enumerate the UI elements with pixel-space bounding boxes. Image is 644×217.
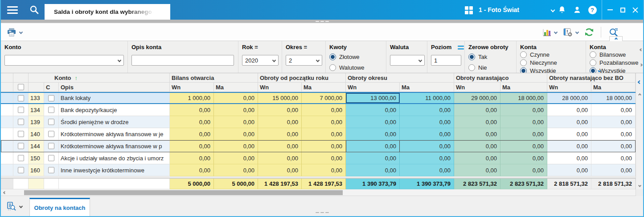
cell-value[interactable]: 18 000,00 <box>591 93 636 103</box>
minimize-button[interactable] <box>604 0 616 20</box>
search-button[interactable] <box>24 0 45 20</box>
close-button[interactable] <box>629 0 641 20</box>
cell-value[interactable]: 0,00 <box>547 104 591 116</box>
log-settings-chevron-down-icon[interactable] <box>575 30 579 33</box>
cell-value[interactable]: 0,00 <box>346 104 400 116</box>
header-c[interactable]: C <box>44 83 59 92</box>
cell-value[interactable]: 0,00 <box>214 93 258 103</box>
cell-value[interactable]: 0,00 <box>591 152 636 164</box>
cell-value[interactable]: 18 000,00 <box>500 93 547 103</box>
header-ma[interactable]: Ma <box>302 83 346 92</box>
cell-c[interactable] <box>44 104 59 116</box>
header-group-bilans-otwarcia[interactable]: Bilans otwarcia <box>170 73 258 83</box>
table-row[interactable]: 133 Bank lokaty 1 000,000,0015 000,007 0… <box>1 92 636 104</box>
cell-value[interactable]: 0,00 <box>170 152 214 164</box>
cell-value[interactable]: 0,00 <box>302 164 346 176</box>
header-ma[interactable]: Ma <box>500 83 547 92</box>
chart-button[interactable] <box>542 27 557 37</box>
radio-walutowe[interactable]: Walutowe <box>329 64 382 71</box>
refresh-button[interactable] <box>584 27 595 38</box>
window-title-tab[interactable]: Salda i obroty kont dla wybranego o <box>45 4 170 20</box>
cell-value[interactable]: 0,00 <box>591 140 636 152</box>
cell-value[interactable]: 0,00 <box>547 140 591 152</box>
cell-value[interactable]: 7 000,00 <box>302 93 346 103</box>
horizontal-scroll-thumb[interactable] <box>24 190 343 195</box>
waluta-combobox[interactable] <box>390 55 425 66</box>
radio-czynne[interactable]: Czynne <box>520 51 582 58</box>
maximize-button[interactable] <box>616 0 629 20</box>
cell-value[interactable]: 0,00 <box>400 116 454 128</box>
c-checkbox[interactable] <box>48 131 54 137</box>
cell-value[interactable]: 0,00 <box>454 164 500 176</box>
user-button[interactable] <box>570 0 585 20</box>
konto-combobox[interactable] <box>4 55 124 66</box>
cell-value[interactable]: 0,00 <box>346 116 400 128</box>
cell-value[interactable]: 0,00 <box>258 116 302 128</box>
row-select-cell[interactable] <box>13 104 29 116</box>
cell-value[interactable]: 0,00 <box>547 128 591 140</box>
apps-grid-icon[interactable] <box>465 6 472 14</box>
help-button[interactable]: ? <box>585 0 600 20</box>
chart-chevron-down-icon[interactable] <box>554 30 558 33</box>
c-checkbox[interactable] <box>48 167 54 173</box>
radio-pozabilansowe[interactable]: Pozabilansowe <box>590 59 635 66</box>
horizontal-scrollbar[interactable] <box>1 189 643 196</box>
row-select-cell[interactable] <box>13 128 29 140</box>
cell-value[interactable]: 0,00 <box>591 164 636 176</box>
cell-value[interactable]: 0,00 <box>400 152 454 164</box>
cell-value[interactable]: 0,00 <box>302 104 346 116</box>
table-row[interactable]: 140 Krótkoterminowe aktywa finansowe w j… <box>1 128 636 140</box>
row-checkbox[interactable] <box>18 155 24 161</box>
cell-value[interactable]: 0,00 <box>547 152 591 164</box>
select-all-checkbox[interactable] <box>18 84 24 90</box>
cell-value[interactable]: 0,00 <box>170 116 214 128</box>
cell-value[interactable]: 0,00 <box>214 104 258 116</box>
cell-value[interactable]: 0,00 <box>500 104 547 116</box>
opis-konta-input[interactable] <box>131 55 234 66</box>
c-checkbox[interactable] <box>48 155 54 161</box>
radio-nie[interactable]: Nie <box>468 64 513 71</box>
cell-value[interactable]: 0,00 <box>346 140 400 152</box>
c-checkbox[interactable] <box>48 95 54 101</box>
cell-value[interactable]: 0,00 <box>258 152 302 164</box>
filter-scroll-left-button[interactable] <box>640 46 642 52</box>
c-checkbox[interactable] <box>48 107 54 113</box>
print-chevron-down-icon[interactable] <box>19 30 23 33</box>
cell-value[interactable]: 0,00 <box>547 116 591 128</box>
cell-value[interactable]: 0,00 <box>214 164 258 176</box>
radio-wszystkie-stan[interactable]: Wszystkie <box>520 67 582 73</box>
scroll-down-button[interactable] <box>636 182 643 189</box>
print-button[interactable] <box>6 27 22 38</box>
cell-value[interactable]: 0,00 <box>400 164 454 176</box>
radio-bilansowe[interactable]: Bilansowe <box>590 51 635 58</box>
cell-value[interactable]: 0,00 <box>400 140 454 152</box>
select-all-cell[interactable] <box>13 83 29 92</box>
table-row[interactable]: 160 Inne inwestycje krótkoterminowe 0,00… <box>1 164 636 176</box>
row-select-cell[interactable] <box>13 93 29 103</box>
scroll-up-button[interactable] <box>636 91 643 99</box>
cell-value[interactable]: 0,00 <box>454 116 500 128</box>
row-checkbox[interactable] <box>18 131 24 137</box>
cell-value[interactable]: 0,00 <box>500 164 547 176</box>
cell-c[interactable] <box>44 93 59 103</box>
header-group-obroty-okresu[interactable]: Obroty okresu <box>346 73 454 83</box>
notifications-button[interactable] <box>554 0 570 20</box>
cell-value[interactable]: 0,00 <box>258 128 302 140</box>
sort-ascending-icon[interactable]: ↑ <box>75 75 78 81</box>
header-wn-selected[interactable]: Wn <box>346 83 400 92</box>
table-row[interactable]: 144 Krótkoterminowe aktywa finansowe w p… <box>1 140 636 152</box>
header-group-obroty-narastajaco[interactable]: Obroty narastająco <box>454 73 547 83</box>
cell-value[interactable]: 0,00 <box>214 116 258 128</box>
cell-c[interactable] <box>44 128 59 140</box>
header-ma[interactable]: Ma <box>591 83 636 92</box>
company-selector[interactable]: 1 - Foto Świat <box>479 6 519 13</box>
cell-value[interactable]: 0,00 <box>454 104 500 116</box>
table-row[interactable]: 150 Akcje i udziały własne do zbycia i u… <box>1 152 636 164</box>
cell-value[interactable]: 1 000,00 <box>170 93 214 103</box>
row-select-cell[interactable] <box>13 164 29 176</box>
row-select-cell[interactable] <box>13 116 29 128</box>
filter-scroll-right-button[interactable] <box>640 61 642 67</box>
top-splitter[interactable] <box>1 20 643 23</box>
cell-value[interactable]: 0,00 <box>170 140 214 152</box>
cell-value[interactable]: 0,00 <box>400 128 454 140</box>
